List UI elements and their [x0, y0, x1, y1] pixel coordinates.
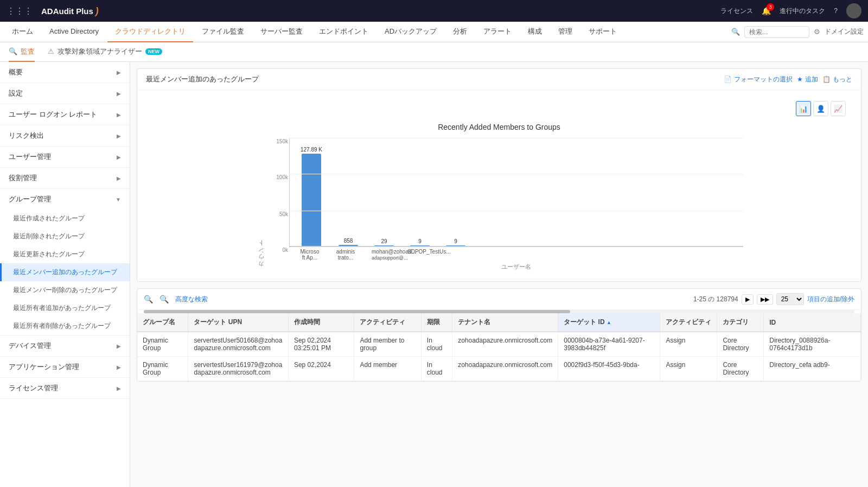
advanced-search-btn[interactable]: 高度な検索	[175, 295, 208, 304]
nav-file-audit[interactable]: ファイル監査	[194, 22, 252, 42]
avatar[interactable]	[846, 3, 861, 18]
nav-endpoint[interactable]: エンドポイント	[311, 22, 376, 42]
nav-support[interactable]: サポート	[581, 22, 624, 42]
notification-icon[interactable]: 🔔 3	[762, 7, 771, 15]
user-chart-btn[interactable]: 👤	[813, 101, 828, 116]
search-icon-btn[interactable]: 🔍	[144, 295, 153, 303]
col-created-time[interactable]: 作成時間	[288, 313, 354, 332]
more-link[interactable]: 📋 もっと	[822, 75, 852, 84]
gear-icon[interactable]: ⚙	[814, 28, 820, 36]
format-select-link[interactable]: 📄 フォーマットの選択	[724, 75, 793, 84]
sidebar-section-settings: 設定 ▶	[0, 83, 130, 104]
sidebar-section-overview: 概要 ▶	[0, 62, 130, 83]
sidebar-section-device-mgmt-header[interactable]: デバイス管理 ▶	[0, 336, 130, 356]
nav-cloud-directory[interactable]: クラウドディレクトリ	[107, 22, 193, 42]
nav-server-audit[interactable]: サーバー監査	[253, 22, 310, 42]
risk-label: リスク検出	[9, 131, 44, 141]
chevron-down-icon: ▼	[116, 197, 121, 203]
col-id[interactable]: ID	[764, 313, 861, 332]
line-chart-btn[interactable]: 📈	[831, 101, 846, 116]
cell-tenant-1: zohoadapazure.onmicrosoft.com	[452, 332, 558, 357]
x-label-4: SDPOP_TestUs...	[407, 249, 427, 261]
logo-icon: )	[95, 5, 99, 17]
x-label-3: mohan@zohoad... adapsupport@...	[372, 249, 391, 261]
subnav-audit[interactable]: 🔍 監査	[9, 42, 35, 62]
page-size-select[interactable]: 25 50 100	[776, 293, 804, 305]
main-content: 最近メンバー追加のあったグループ 📄 フォーマットの選択 ★ 追加 📋 もっと	[130, 62, 868, 487]
sidebar-section-role-mgmt-header[interactable]: 役割管理 ▶	[0, 168, 130, 188]
x-sublabel-3: adapsupport@...	[372, 255, 408, 261]
layout: 概要 ▶ 設定 ▶ ユーザー ログオン レポート ▶ リスク検出 ▶	[0, 62, 868, 487]
sidebar-section-overview-header[interactable]: 概要 ▶	[0, 62, 130, 83]
sidebar-section-logon-header[interactable]: ユーザー ログオン レポート ▶	[0, 104, 130, 125]
sidebar-section-user-mgmt-header[interactable]: ユーザー管理 ▶	[0, 147, 130, 167]
app-logo: ADAudit Plus )	[41, 5, 99, 17]
sidebar-section-license-mgmt: ライセンス管理 ▶	[0, 378, 130, 399]
tasks-link[interactable]: 進行中のタスク	[780, 7, 825, 16]
add-link[interactable]: ★ 追加	[797, 75, 818, 84]
settings-label: 設定	[9, 88, 23, 98]
sidebar-item-recent-member-added[interactable]: 最近メンバー追加のあったグループ	[0, 263, 130, 281]
nav-active-directory[interactable]: Active Directory	[42, 22, 106, 42]
chart-section: 最近メンバー追加のあったグループ 📄 フォーマットの選択 ★ 追加 📋 もっと	[137, 68, 861, 282]
chevron-right-icon: ▶	[117, 343, 121, 349]
help-icon[interactable]: ?	[834, 7, 838, 15]
license-link[interactable]: ライセンス	[720, 7, 753, 16]
sidebar-section-role-mgmt: 役割管理 ▶	[0, 168, 130, 189]
apps-grid-icon[interactable]: ⋮⋮⋮	[7, 6, 33, 16]
pagination-last-btn[interactable]: ▶▶	[757, 294, 773, 305]
col-category[interactable]: カテゴリ	[717, 313, 764, 332]
chevron-right-icon: ▶	[117, 133, 121, 139]
cell-id-1: Directory_0088926a-0764c4173d1b	[764, 332, 861, 357]
search-icon[interactable]: 🔍	[731, 28, 740, 36]
bar-chart-btn[interactable]: 📊	[796, 101, 811, 116]
sidebar-section-risk-header[interactable]: リスク検出 ▶	[0, 125, 130, 146]
chevron-right-icon: ▶	[117, 154, 121, 160]
sidebar-section-settings-header[interactable]: 設定 ▶	[0, 83, 130, 104]
sidebar-section-logon: ユーザー ログオン レポート ▶	[0, 104, 130, 125]
sidebar-item-recent-updated[interactable]: 最近更新されたグループ	[0, 245, 130, 263]
pagination-next-btn[interactable]: ▶	[742, 294, 754, 305]
nav-home[interactable]: ホーム	[4, 22, 41, 42]
sidebar-item-recent-deleted[interactable]: 最近削除されたグループ	[0, 227, 130, 245]
group-mgmt-label: グループ管理	[9, 194, 51, 204]
sidebar-item-recent-owner-added[interactable]: 最近所有者追加があったグループ	[0, 299, 130, 317]
y-tick-100k: 100k	[289, 174, 743, 174]
nav-config[interactable]: 構成	[520, 22, 550, 42]
add-remove-columns-btn[interactable]: 項目の追加/除外	[807, 295, 854, 304]
col-activity2[interactable]: アクティビティ	[660, 313, 717, 332]
sidebar-item-recent-owner-removed[interactable]: 最近所有者削除があったグループ	[0, 317, 130, 335]
table-toolbar: 🔍 🔍 高度な検索 1-25 の 128794 ▶ ▶▶ 25 50 100 項…	[137, 289, 861, 310]
app-mgmt-label: アプリケーション管理	[9, 362, 79, 372]
sidebar-item-recent-created[interactable]: 最近作成されたグループ	[0, 210, 130, 227]
subnav-attack-analyzer[interactable]: ⚠ 攻撃対象領域アナライザー NEW	[48, 42, 162, 62]
chart-header: 最近メンバー追加のあったグループ 📄 フォーマットの選択 ★ 追加 📋 もっと	[137, 69, 861, 90]
advanced-search-icon[interactable]: 🔍	[159, 295, 169, 303]
y-axis-label: カウント	[255, 138, 265, 271]
sidebar-section-license-mgmt-header[interactable]: ライセンス管理 ▶	[0, 378, 130, 399]
table-header-row: グループ名 ターゲット UPN 作成時間 アクティビティ	[137, 313, 861, 332]
col-group-name[interactable]: グループ名	[137, 313, 188, 332]
x-label-2: administrato...	[336, 249, 355, 261]
cell-target-id-2: 0002f9d3-f50f-45d3-9bda-	[558, 357, 660, 381]
col-activity[interactable]: アクティビティ	[354, 313, 421, 332]
sidebar-section-app-mgmt-header[interactable]: アプリケーション管理 ▶	[0, 357, 130, 377]
table-pagination: 1-25 の 128794 ▶ ▶▶ 25 50 100 項目の追加/除外	[693, 293, 854, 305]
nav-analysis[interactable]: 分析	[445, 22, 475, 42]
domain-settings-label[interactable]: ドメイン設定	[825, 27, 864, 36]
search-input[interactable]	[744, 26, 809, 38]
nav-manage[interactable]: 管理	[551, 22, 580, 42]
col-period[interactable]: 期限	[421, 313, 452, 332]
chevron-right-icon: ▶	[117, 385, 121, 391]
col-target-id[interactable]: ターゲット ID ▲	[558, 313, 660, 332]
sidebar-section-group-mgmt-header[interactable]: グループ管理 ▼	[0, 189, 130, 210]
device-mgmt-label: デバイス管理	[9, 341, 51, 351]
col-tenant[interactable]: テナント名	[452, 313, 558, 332]
col-target-upn[interactable]: ターゲット UPN	[188, 313, 288, 332]
nav-ad-backup[interactable]: ADバックアップ	[377, 22, 444, 42]
x-axis-label: ユーザー名	[289, 263, 743, 271]
nav-alert[interactable]: アラート	[476, 22, 519, 42]
sidebar: 概要 ▶ 設定 ▶ ユーザー ログオン レポート ▶ リスク検出 ▶	[0, 62, 130, 487]
table-scroll-area[interactable]: グループ名 ターゲット UPN 作成時間 アクティビティ	[137, 313, 861, 381]
sidebar-item-recent-member-removed[interactable]: 最近メンバー削除のあったグループ	[0, 281, 130, 299]
